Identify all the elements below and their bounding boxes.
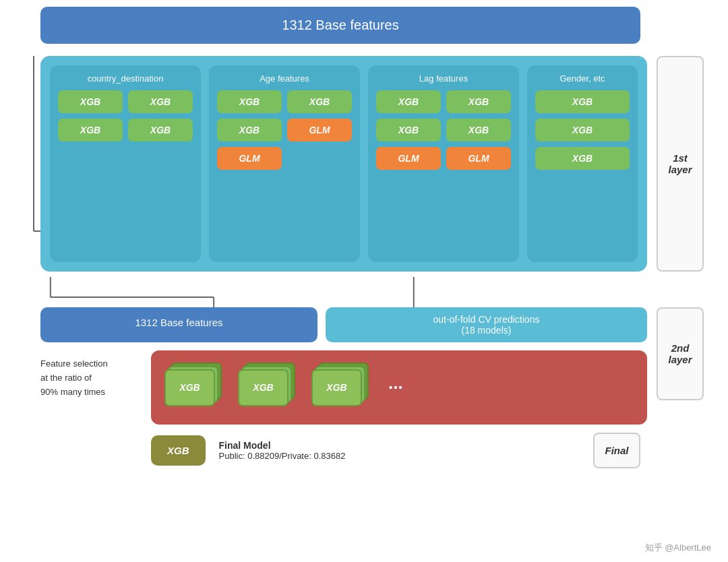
cv-predictions-box: out-of-fold CV predictions(18 models) [326, 307, 647, 342]
feature-group-gender: Gender, etc XGB XGB XGB [527, 65, 638, 262]
final-model-scores: Public: 0.88209/Private: 0.83682 [219, 451, 346, 461]
left-bracket-area [20, 56, 40, 272]
model-box: XGB [287, 90, 352, 113]
model-box-glm: GLM [376, 147, 441, 170]
watermark: 知乎 @AlbertLee [645, 542, 711, 554]
stacked-models-container: XGB XGB XGB [151, 350, 647, 425]
model-box: XGB [446, 90, 511, 113]
group-title-age: Age features [217, 73, 352, 84]
final-model-title: Final Model [219, 440, 346, 451]
model-box-glm: GLM [217, 147, 282, 170]
stacked-group-2: XGB [238, 363, 302, 413]
model-box: XGB [446, 119, 511, 142]
second-layer-label: 2ndlayer [657, 307, 704, 400]
final-model-info: Final Model Public: 0.88209/Private: 0.8… [219, 440, 346, 461]
ellipsis: ··· [385, 377, 406, 398]
model-box: XGB [217, 90, 282, 113]
model-box-glm: GLM [446, 147, 511, 170]
second-layer-label-wrapper: 2ndlayer [647, 307, 708, 400]
top-banner: 1312 Base features [40, 7, 640, 44]
model-box: XGB [535, 119, 630, 142]
model-box-glm: GLM [287, 119, 352, 142]
final-label: Final [593, 433, 640, 468]
second-layer-section: 1312 Base features out-of-fold CV predic… [20, 307, 708, 468]
second-layer-top-row: 1312 Base features out-of-fold CV predic… [40, 307, 647, 342]
group-title-lag: Lag features [376, 73, 511, 84]
final-model-box: XGB [151, 435, 206, 466]
base-features-text: 1312 Base features [135, 317, 222, 328]
model-box: XGB [58, 119, 123, 142]
model-box: XGB [535, 147, 630, 170]
top-banner-title: 1312 Base features [282, 18, 398, 32]
model-box: XGB [535, 90, 630, 113]
final-model-type: XGB [167, 445, 189, 456]
first-layer-label-wrapper: 1stlayer [647, 56, 708, 272]
connector-lines [40, 277, 640, 307]
feature-group-age: Age features XGB XGB XGB GLM GLM [209, 65, 360, 262]
feature-group-country-destination: country_destination XGB XGB XGB XGB [50, 65, 201, 262]
cv-predictions-text: out-of-fold CV predictions(18 models) [433, 314, 539, 336]
stacked-group-3: XGB [311, 363, 375, 413]
final-model-row: XGB Final Model Public: 0.88209/Private:… [40, 433, 647, 468]
model-box: XGB [128, 90, 193, 113]
final-label-wrapper: Final [586, 433, 647, 468]
first-layer-label-text: 1stlayer [668, 152, 692, 175]
stack-front: XGB [164, 369, 215, 406]
first-layer-label: 1stlayer [657, 56, 704, 272]
stack-front: XGB [238, 369, 289, 406]
feature-selection-text: Feature selectionat the ratio of90% many… [40, 358, 108, 397]
model-box: XGB [217, 119, 282, 142]
final-model-area: XGB Final Model Public: 0.88209/Private:… [151, 435, 577, 466]
base-features-box-2nd: 1312 Base features [40, 307, 317, 342]
second-layer-label-text: 2ndlayer [668, 342, 692, 365]
model-box: XGB [376, 119, 441, 142]
feature-group-lag: Lag features XGB XGB XGB XGB GLM GLM [368, 65, 519, 262]
model-box: XGB [128, 119, 193, 142]
feature-selection-label: Feature selectionat the ratio of90% many… [40, 350, 142, 399]
connector-svg [40, 277, 640, 307]
group-title-gender: Gender, etc [535, 73, 630, 84]
model-box: XGB [58, 90, 123, 113]
stacked-group-1: XGB [164, 363, 229, 413]
model-box: XGB [376, 90, 441, 113]
second-layer-content: 1312 Base features out-of-fold CV predic… [40, 307, 647, 468]
stack-front: XGB [311, 369, 362, 406]
feature-groups-container: country_destination XGB XGB XGB XGB Age … [40, 56, 647, 272]
feature-selection-row: Feature selectionat the ratio of90% many… [40, 350, 647, 425]
group-title-country: country_destination [58, 73, 193, 84]
